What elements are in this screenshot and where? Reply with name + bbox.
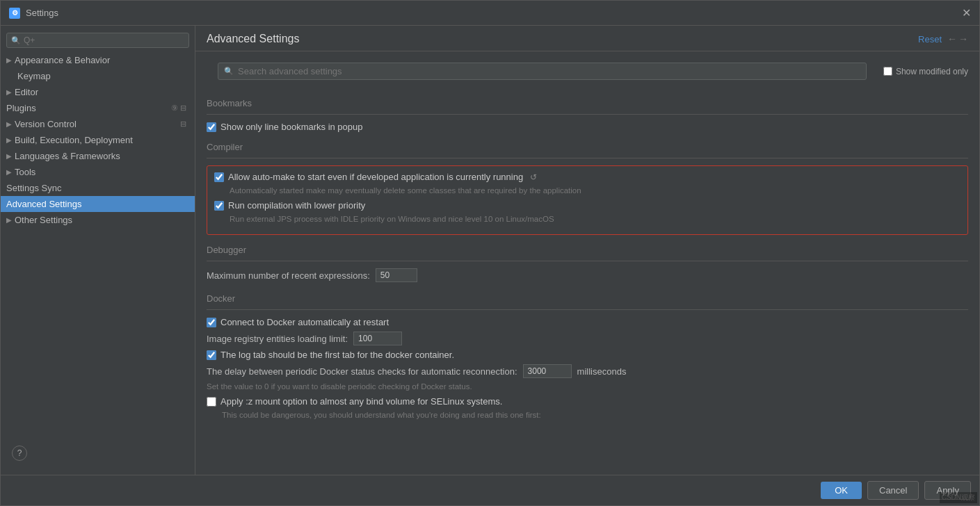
sidebar-item-label: Version Control [15,119,77,129]
max-recent-expressions-text: Maximum number of recent expressions: [207,270,370,281]
allow-auto-make-row: Allow auto-make to start even if develop… [214,172,961,182]
image-registry-label: Image registry entities loading limit: [207,334,348,344]
title-bar: ⚙ Settings ✕ [1,1,979,26]
apply-z-mount-description: This could be dangerous, you should unde… [222,411,968,419]
search-icon: 🔍 [224,67,234,76]
sidebar-item-build[interactable]: ▶ Build, Execution, Deployment [1,132,195,148]
sidebar-item-label: Editor [15,87,38,97]
sidebar-item-tools[interactable]: ▶ Tools [1,164,195,180]
sidebar-item-label: Languages & Frameworks [15,151,120,161]
reset-icon: ↺ [530,172,537,182]
arrow-icon: ▶ [6,168,12,176]
connect-docker-text: Connect to Docker automatically at resta… [220,317,389,327]
show-modified-checkbox[interactable] [883,67,892,76]
search-row: 🔍 Show modified only [195,51,979,88]
allow-auto-make-checkbox[interactable] [214,172,224,182]
sidebar-item-advanced-settings[interactable]: Advanced Settings [1,196,195,212]
sidebar-item-languages[interactable]: ▶ Languages & Frameworks [1,148,195,164]
close-button[interactable]: ✕ [962,6,971,19]
panel-title: Advanced Settings [207,33,299,45]
sidebar-item-label: Build, Execution, Deployment [15,135,133,145]
ok-button[interactable]: OK [821,482,862,499]
sidebar-item-plugins[interactable]: Plugins ⑨ ⊟ [1,100,195,116]
advanced-search-input[interactable] [238,66,860,76]
log-tab-label[interactable]: The log tab should be the first tab for … [207,350,454,360]
advanced-search-bar[interactable]: 🔍 [218,63,867,80]
arrow-icon: ▶ [6,56,12,64]
plugin-sort-icon: ⊟ [180,104,186,113]
sidebar-item-other-settings[interactable]: ▶ Other Settings [1,212,195,228]
connect-docker-label[interactable]: Connect to Docker automatically at resta… [207,317,389,327]
sidebar-search-box[interactable]: 🔍 [6,33,189,48]
show-modified-row: Show modified only [883,67,968,76]
log-tab-checkbox[interactable] [207,350,216,360]
sidebar-search-icon: 🔍 [11,36,21,45]
sidebar-nav: ▶ Appearance & Behavior Keymap ▶ Editor … [1,52,195,228]
sidebar-item-label: Advanced Settings [6,199,81,209]
app-icon: ⚙ [9,8,20,19]
sidebar-item-label: Settings Sync [6,183,62,193]
max-recent-expressions-input[interactable] [376,268,417,282]
show-only-line-bookmarks-text: Show only line bookmarks in popup [220,122,363,132]
apply-z-mount-row: Apply :z mount option to almost any bind… [207,396,968,407]
bottom-bar: OK Cancel Apply [1,475,979,505]
image-registry-input[interactable] [353,332,402,345]
allow-auto-make-text: Allow auto-make to start even if develop… [228,172,523,182]
log-tab-text: The log tab should be the first tab for … [220,350,454,360]
reset-button[interactable]: Reset [918,34,942,44]
run-compilation-description: Run external JPS process with IDLE prior… [230,215,961,223]
sidebar-item-editor[interactable]: ▶ Editor [1,84,195,100]
max-recent-expressions-label: Maximum number of recent expressions: [207,270,370,281]
nav-forward-button[interactable]: → [958,33,968,44]
arrow-icon: ▶ [6,136,12,144]
image-registry-row: Image registry entities loading limit: [207,332,968,345]
run-compilation-row: Run compilation with lower priority [214,200,961,211]
image-registry-text: Image registry entities loading limit: [207,334,348,344]
sidebar-item-keymap[interactable]: Keymap [1,68,195,84]
run-compilation-label[interactable]: Run compilation with lower priority [214,200,365,211]
run-compilation-checkbox[interactable] [214,201,224,211]
connect-docker-checkbox[interactable] [207,318,216,327]
docker-section-title: Docker [207,293,968,304]
log-tab-row: The log tab should be the first tab for … [207,350,968,360]
arrow-icon: ▶ [6,88,12,96]
apply-z-mount-checkbox[interactable] [207,397,216,407]
show-only-line-bookmarks-label[interactable]: Show only line bookmarks in popup [207,122,363,132]
sidebar-item-appearance[interactable]: ▶ Appearance & Behavior [1,52,195,68]
docker-delay-row: The delay between periodic Docker status… [207,364,968,378]
show-modified-label[interactable]: Show modified only [896,67,968,76]
show-only-line-bookmarks-checkbox[interactable] [207,122,216,132]
plugin-gear-icon: ⑨ [171,104,178,113]
connect-docker-row: Connect to Docker automatically at resta… [207,317,968,327]
panel-header: Advanced Settings Reset ← → [195,26,979,51]
sidebar-item-label: Keymap [17,71,51,81]
allow-auto-make-label[interactable]: Allow auto-make to start even if develop… [214,172,537,182]
nav-back-button[interactable]: ← [947,33,957,44]
sidebar: 🔍 ▶ Appearance & Behavior Keymap ▶ Edito… [1,26,195,475]
docker-delay-input[interactable] [523,364,572,378]
debugger-section-title: Debugger [207,245,968,255]
sidebar-item-label: Plugins [6,103,36,113]
arrow-icon: ▶ [6,152,12,160]
apply-z-mount-text: Apply :z mount option to almost any bind… [220,396,502,407]
docker-delay-description: Set the value to 0 if you want to disabl… [207,382,968,391]
dialog-title: Settings [26,8,58,18]
bookmarks-section-title: Bookmarks [207,98,968,108]
sidebar-item-label: Other Settings [15,215,72,225]
max-recent-expressions-row: Maximum number of recent expressions: [207,268,968,282]
compiler-section-title: Compiler [207,142,968,152]
sidebar-search-input[interactable] [24,35,184,45]
help-button[interactable]: ? [12,446,27,461]
watermark: CSDN观察 [940,492,977,503]
sidebar-item-settings-sync[interactable]: Settings Sync [1,180,195,196]
compiler-highlighted-box: Allow auto-make to start even if develop… [207,165,968,235]
docker-delay-label: The delay between periodic Docker status… [207,366,517,377]
docker-section: Docker Connect to Docker automatically a… [207,293,968,419]
sidebar-item-label: Tools [15,167,35,177]
cancel-button[interactable]: Cancel [867,481,919,500]
apply-z-mount-label[interactable]: Apply :z mount option to almost any bind… [207,396,502,407]
bookmarks-setting-row: Show only line bookmarks in popup [207,122,968,132]
vc-icon: ⊟ [180,120,186,129]
sidebar-item-version-control[interactable]: ▶ Version Control ⊟ [1,116,195,132]
panel-body: Bookmarks Show only line bookmarks in po… [195,88,979,475]
